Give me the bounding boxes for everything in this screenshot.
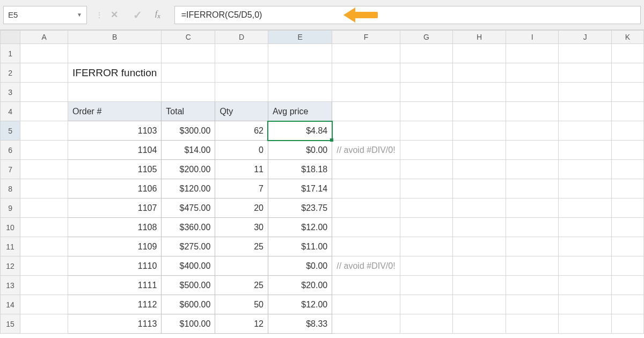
cell[interactable]: 50 — [215, 295, 268, 314]
col-header-E[interactable]: E — [268, 31, 332, 44]
row-header[interactable]: 9 — [1, 199, 20, 218]
cell[interactable] — [453, 314, 506, 334]
cell[interactable] — [20, 295, 68, 314]
fx-icon[interactable]: fx — [155, 9, 160, 20]
cell[interactable] — [506, 218, 559, 237]
cell[interactable]: $0.00 — [268, 141, 332, 160]
col-header-J[interactable]: J — [559, 31, 612, 44]
cell[interactable] — [215, 83, 268, 102]
cell[interactable] — [612, 218, 644, 237]
cell[interactable] — [559, 102, 612, 121]
col-header-G[interactable]: G — [400, 31, 453, 44]
cell[interactable] — [506, 295, 559, 314]
cell[interactable] — [332, 83, 400, 102]
cell[interactable] — [400, 237, 453, 256]
cell[interactable]: $0.00 — [268, 256, 332, 276]
cell[interactable] — [612, 237, 644, 256]
cell[interactable] — [162, 83, 215, 102]
cell[interactable] — [453, 160, 506, 179]
cell[interactable]: 1103 — [68, 121, 162, 141]
col-header-H[interactable]: H — [453, 31, 506, 44]
cell[interactable] — [559, 179, 612, 199]
cell[interactable] — [400, 179, 453, 199]
cell[interactable] — [612, 199, 644, 218]
cell[interactable] — [162, 63, 215, 83]
cell[interactable] — [559, 83, 612, 102]
cell[interactable]: 11 — [215, 160, 268, 179]
cell[interactable] — [506, 83, 559, 102]
row-header[interactable]: 2 — [1, 63, 20, 83]
cell[interactable] — [612, 276, 644, 295]
cell[interactable]: 1111 — [68, 276, 162, 295]
cell[interactable] — [20, 199, 68, 218]
cell[interactable] — [453, 218, 506, 237]
cell[interactable] — [506, 199, 559, 218]
cell[interactable]: 25 — [215, 237, 268, 256]
cell[interactable] — [162, 44, 215, 63]
row-header[interactable]: 10 — [1, 218, 20, 237]
cell[interactable]: $100.00 — [162, 314, 215, 334]
cell[interactable] — [559, 141, 612, 160]
row-header[interactable]: 6 — [1, 141, 20, 160]
cell[interactable] — [612, 83, 644, 102]
cell[interactable] — [400, 121, 453, 141]
col-header-D[interactable]: D — [215, 31, 268, 44]
cell[interactable] — [453, 141, 506, 160]
cell[interactable] — [453, 83, 506, 102]
cell[interactable] — [400, 63, 453, 83]
formula-input[interactable]: =IFERROR(C5/D5,0) — [174, 6, 641, 24]
cell[interactable] — [268, 83, 332, 102]
cell[interactable] — [332, 44, 400, 63]
cell[interactable] — [400, 141, 453, 160]
cell[interactable] — [268, 44, 332, 63]
cell[interactable] — [559, 276, 612, 295]
cell[interactable] — [268, 63, 332, 83]
cell[interactable] — [20, 83, 68, 102]
cell[interactable]: $500.00 — [162, 276, 215, 295]
cell[interactable]: 30 — [215, 218, 268, 237]
cell[interactable] — [400, 314, 453, 334]
cell[interactable] — [506, 102, 559, 121]
cell[interactable] — [612, 295, 644, 314]
resize-handle-icon[interactable]: ⋮ — [96, 11, 103, 19]
cell[interactable] — [559, 160, 612, 179]
cell[interactable]: 25 — [215, 276, 268, 295]
col-header-I[interactable]: I — [506, 31, 559, 44]
cell[interactable] — [453, 102, 506, 121]
cell[interactable]: 20 — [215, 199, 268, 218]
cell[interactable] — [453, 63, 506, 83]
cell[interactable]: 1110 — [68, 256, 162, 276]
cell[interactable] — [20, 160, 68, 179]
cell[interactable] — [400, 199, 453, 218]
cell[interactable] — [453, 295, 506, 314]
cell[interactable] — [332, 160, 400, 179]
cancel-icon[interactable]: ✕ — [111, 9, 118, 20]
cell[interactable] — [453, 237, 506, 256]
cell[interactable] — [506, 256, 559, 276]
cell[interactable]: 1107 — [68, 199, 162, 218]
cell[interactable] — [612, 256, 644, 276]
spreadsheet-grid[interactable]: A B C D E F G H I J K 12IFERROR function… — [0, 30, 644, 334]
row-header[interactable]: 3 — [1, 83, 20, 102]
cell[interactable] — [20, 44, 68, 63]
cell[interactable] — [559, 237, 612, 256]
cell[interactable] — [332, 199, 400, 218]
table-header[interactable]: Qty — [215, 102, 268, 121]
cell[interactable] — [400, 276, 453, 295]
cell[interactable] — [20, 102, 68, 121]
cell[interactable] — [215, 256, 268, 276]
cell[interactable]: $20.00 — [268, 276, 332, 295]
col-header-B[interactable]: B — [68, 31, 162, 44]
cell[interactable]: 7 — [215, 179, 268, 199]
cell[interactable] — [332, 179, 400, 199]
cell[interactable] — [453, 121, 506, 141]
cell[interactable] — [20, 179, 68, 199]
select-all-corner[interactable] — [1, 31, 20, 44]
row-header[interactable]: 8 — [1, 179, 20, 199]
cell[interactable]: $120.00 — [162, 179, 215, 199]
cell[interactable] — [400, 295, 453, 314]
table-header[interactable]: Order # — [68, 102, 162, 121]
cell[interactable]: 1104 — [68, 141, 162, 160]
cell[interactable] — [612, 63, 644, 83]
cell[interactable] — [559, 199, 612, 218]
